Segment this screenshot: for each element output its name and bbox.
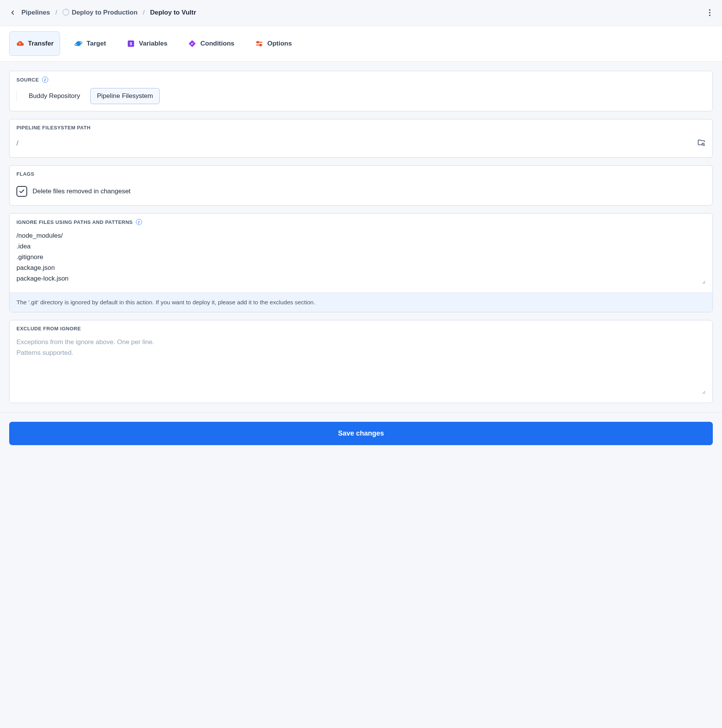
back-button[interactable] — [9, 9, 16, 16]
source-options: Buddy Repository Pipeline Filesystem — [16, 88, 706, 104]
source-title: Source i — [10, 71, 712, 83]
tab-transfer[interactable]: Transfer — [9, 31, 60, 56]
source-title-text: Source — [16, 77, 39, 83]
cloud-upload-icon — [16, 39, 24, 48]
tab-target[interactable]: Target — [68, 31, 113, 56]
delete-files-label: Delete files removed in changeset — [33, 188, 131, 195]
crumb-sep: / — [143, 9, 145, 16]
exclude-title: Exclude from ignore — [10, 320, 712, 331]
sliders-icon — [255, 39, 263, 48]
path-value[interactable]: / — [16, 139, 18, 147]
pipeline-status-icon — [62, 9, 69, 16]
footer: Save changes — [0, 412, 722, 454]
save-button[interactable]: Save changes — [9, 422, 713, 445]
ignore-note: The '.git' directory is ignored by defau… — [10, 292, 712, 312]
crumb-current: Deploy to Vultr — [150, 9, 196, 16]
delete-files-checkbox[interactable] — [16, 186, 27, 197]
divider — [16, 90, 17, 102]
flags-panel: Flags Delete files removed in changeset — [9, 165, 713, 206]
source-option-filesystem[interactable]: Pipeline Filesystem — [90, 88, 159, 104]
browse-folder-icon[interactable] — [697, 138, 706, 148]
content-area: Source i Buddy Repository Pipeline Files… — [0, 62, 722, 412]
ignore-title: Ignore files using paths and patterns i — [10, 214, 712, 225]
flags-title: Flags — [10, 166, 712, 177]
tab-transfer-label: Transfer — [28, 40, 54, 47]
header: Pipelines / Deploy to Production / Deplo… — [0, 0, 722, 26]
tab-target-label: Target — [87, 40, 106, 47]
tabs-bar: Transfer Target $ Variables IF Condition… — [0, 26, 722, 62]
info-icon[interactable]: i — [42, 77, 48, 83]
crumb-parent[interactable]: Deploy to Production — [62, 9, 137, 16]
path-panel: Pipeline Filesystem Path / — [9, 119, 713, 158]
ignore-panel: Ignore files using paths and patterns i … — [9, 213, 713, 312]
exclude-title-text: Exclude from ignore — [16, 326, 81, 331]
ignore-textarea[interactable] — [16, 230, 706, 284]
exclude-textarea[interactable] — [16, 337, 706, 394]
crumb-sep: / — [56, 9, 57, 16]
tab-variables-label: Variables — [139, 40, 168, 47]
flags-title-text: Flags — [16, 171, 34, 177]
svg-line-11 — [704, 145, 705, 146]
svg-text:$: $ — [130, 41, 132, 46]
ignore-title-text: Ignore files using paths and patterns — [16, 219, 133, 225]
crumb-pipelines[interactable]: Pipelines — [21, 9, 50, 16]
tab-options-label: Options — [267, 40, 292, 47]
more-menu-button[interactable] — [707, 7, 713, 18]
tab-conditions[interactable]: IF Conditions — [181, 31, 241, 56]
breadcrumb: Pipelines / Deploy to Production / Deplo… — [9, 9, 196, 16]
planet-icon — [74, 39, 83, 48]
source-option-repo[interactable]: Buddy Repository — [22, 88, 87, 104]
tab-options[interactable]: Options — [248, 31, 298, 56]
svg-point-8 — [257, 41, 259, 43]
dollar-box-icon: $ — [127, 39, 135, 48]
svg-point-9 — [260, 44, 262, 46]
diamond-if-icon: IF — [188, 39, 196, 48]
crumb-parent-label: Deploy to Production — [72, 9, 137, 16]
tab-variables[interactable]: $ Variables — [120, 31, 174, 56]
svg-text:IF: IF — [191, 42, 194, 46]
tab-conditions-label: Conditions — [200, 40, 234, 47]
exclude-panel: Exclude from ignore — [9, 320, 713, 403]
source-panel: Source i Buddy Repository Pipeline Files… — [9, 71, 713, 111]
path-title-text: Pipeline Filesystem Path — [16, 125, 91, 131]
path-title: Pipeline Filesystem Path — [10, 119, 712, 131]
info-icon[interactable]: i — [136, 219, 142, 225]
